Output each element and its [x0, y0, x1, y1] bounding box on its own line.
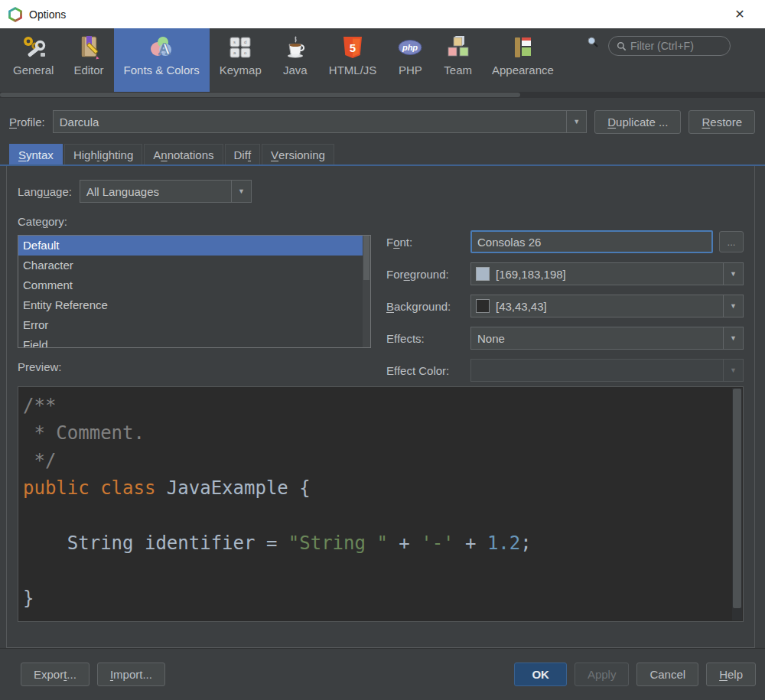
- tab-diff[interactable]: Diff: [225, 144, 261, 164]
- effects-combobox[interactable]: None ▼: [470, 327, 744, 350]
- toolbar-item-label: General: [13, 63, 54, 77]
- code-line: */: [23, 447, 743, 474]
- footer-bar: Export... Import... OK Apply Cancel Help: [0, 648, 765, 700]
- toolbar-item-label: Appearance: [492, 63, 554, 77]
- language-label: Language:: [18, 185, 72, 198]
- category-item-default[interactable]: Default: [18, 236, 370, 256]
- toolbar-item-keymap[interactable]: sdaoKeymap: [210, 28, 272, 92]
- profile-combobox[interactable]: Darcula ▼: [53, 110, 588, 133]
- toolbar-item-appearance[interactable]: Appearance: [482, 28, 564, 92]
- syntax-panel: Language: All Languages ▼ Category: Defa…: [6, 166, 755, 648]
- foreground-label: Foreground:: [386, 268, 470, 281]
- language-combobox[interactable]: All Languages ▼: [80, 180, 252, 203]
- preview-editor[interactable]: /** * Comment. */public class JavaExampl…: [18, 386, 744, 622]
- profile-label: Profile:: [9, 116, 45, 129]
- dialog-buttons: OK Apply Cancel Help: [514, 663, 756, 686]
- category-item-field[interactable]: Field: [18, 335, 370, 348]
- toolbar-item-label: Keymap: [220, 63, 262, 77]
- import-button[interactable]: Import...: [97, 663, 165, 686]
- toolbar-item-java[interactable]: Java: [272, 28, 319, 92]
- filter-input[interactable]: [630, 40, 722, 52]
- tab-syntax[interactable]: Syntax: [9, 144, 63, 164]
- foreground-row: Foreground: [169,183,198] ▼: [386, 262, 744, 285]
- background-label: Background:: [386, 300, 470, 313]
- attribute-fields: Font: ... Foreground: [169,183,198] ▼: [386, 230, 744, 382]
- tab-annotations[interactable]: Annotations: [144, 144, 223, 164]
- tab-strip: SyntaxHighlightingAnnotationsDiffVersion…: [9, 144, 765, 164]
- svg-text:php: php: [402, 43, 418, 52]
- font-browse-button[interactable]: ...: [719, 231, 744, 252]
- search-icon: [617, 41, 627, 51]
- title-bar: Options ✕: [0, 0, 765, 28]
- cubes-icon: [444, 34, 472, 61]
- toolbar-item-editor[interactable]: Editor: [63, 28, 113, 92]
- effects-value: None: [471, 332, 723, 345]
- window-title: Options: [29, 8, 66, 21]
- background-combobox[interactable]: [43,43,43] ▼: [470, 295, 744, 317]
- category-item-comment[interactable]: Comment: [18, 275, 370, 295]
- chevron-down-icon[interactable]: ▼: [723, 327, 743, 349]
- category-item-character[interactable]: Character: [18, 256, 370, 275]
- chevron-down-icon[interactable]: ▼: [231, 181, 251, 202]
- svg-text:s: s: [233, 40, 236, 44]
- category-column: Category: DefaultCharacterCommentEntity …: [18, 215, 371, 382]
- code-line: [23, 502, 743, 529]
- code-line: public class JavaExample {: [23, 474, 743, 502]
- foreground-combobox[interactable]: [169,183,198] ▼: [470, 262, 744, 285]
- category-scrollbar[interactable]: [363, 236, 370, 347]
- toolbar-item-general[interactable]: General: [3, 28, 63, 92]
- tab-versioning[interactable]: Versioning: [262, 144, 334, 164]
- category-list[interactable]: DefaultCharacterCommentEntity ReferenceE…: [18, 235, 371, 348]
- chevron-down-icon: ▼: [723, 360, 743, 381]
- svg-text:5: 5: [350, 41, 356, 54]
- coffee-cup-icon: [282, 34, 309, 61]
- chevron-down-icon[interactable]: ▼: [723, 295, 743, 317]
- preview-scrollbar[interactable]: [732, 388, 742, 620]
- category-item-error[interactable]: Error: [18, 315, 370, 335]
- html5-shield-icon: 5: [339, 34, 366, 61]
- duplicate-button[interactable]: Duplicate ...: [594, 110, 681, 134]
- code-line: String identifier = "String " + '-' + 1.…: [23, 529, 743, 557]
- profile-value: Darcula: [54, 116, 567, 129]
- toolbar-scrollbar-thumb[interactable]: [0, 93, 520, 97]
- keyboard-keys-icon: sdao: [226, 34, 254, 61]
- font-input[interactable]: [470, 230, 713, 253]
- cancel-button[interactable]: Cancel: [636, 663, 698, 686]
- effects-row: Effects: None ▼: [386, 327, 744, 350]
- toolbar-item-php[interactable]: phpPHP: [386, 28, 434, 92]
- toolbar-scrollbar[interactable]: [0, 92, 765, 98]
- language-value: All Languages: [80, 185, 231, 198]
- restore-button[interactable]: Restore: [688, 110, 755, 134]
- export-button[interactable]: Export...: [21, 663, 90, 686]
- svg-text:d: d: [244, 40, 246, 44]
- toolbar-item-label: PHP: [399, 63, 422, 77]
- tab-highlighting[interactable]: Highlighting: [64, 144, 142, 164]
- ok-button[interactable]: OK: [514, 663, 567, 686]
- help-button[interactable]: Help: [706, 663, 756, 686]
- foreground-value: [169,183,198]: [490, 268, 723, 281]
- filter-field[interactable]: [608, 36, 731, 56]
- effect-color-combobox: ▼: [470, 359, 744, 382]
- chevron-down-icon[interactable]: ▼: [723, 263, 743, 285]
- preview-scrollbar-thumb[interactable]: [733, 389, 741, 608]
- toolbar-item-html-js[interactable]: 5HTML/JS: [319, 28, 387, 92]
- effects-label: Effects:: [386, 332, 470, 345]
- toolbar-item-fonts-colors[interactable]: AFonts & Colors: [114, 28, 210, 92]
- tabs-row: SyntaxHighlightingAnnotationsDiffVersion…: [0, 144, 765, 166]
- toolbar-item-label: HTML/JS: [329, 63, 377, 77]
- font-label: Font:: [386, 236, 470, 249]
- profile-row: Profile: Darcula ▼ Duplicate ... Restore: [9, 109, 755, 134]
- toolbar-item-team[interactable]: Team: [434, 28, 482, 92]
- effect-color-row: Effect Color: ▼: [386, 359, 744, 382]
- category-scrollbar-thumb[interactable]: [363, 236, 369, 280]
- layout-blocks-icon: [509, 34, 536, 61]
- category-item-entity-reference[interactable]: Entity Reference: [18, 295, 370, 315]
- foreground-color-swatch: [476, 267, 490, 281]
- effect-color-label: Effect Color:: [386, 364, 470, 377]
- language-row: Language: All Languages ▼: [18, 180, 744, 203]
- chevron-down-icon[interactable]: ▼: [566, 111, 586, 132]
- toolbar-search-area: [587, 28, 765, 92]
- options-dialog: Options ✕ GeneralEditorAFonts & Colorssd…: [0, 0, 765, 700]
- book-pencil-icon: [75, 34, 103, 61]
- close-icon[interactable]: ✕: [722, 0, 757, 28]
